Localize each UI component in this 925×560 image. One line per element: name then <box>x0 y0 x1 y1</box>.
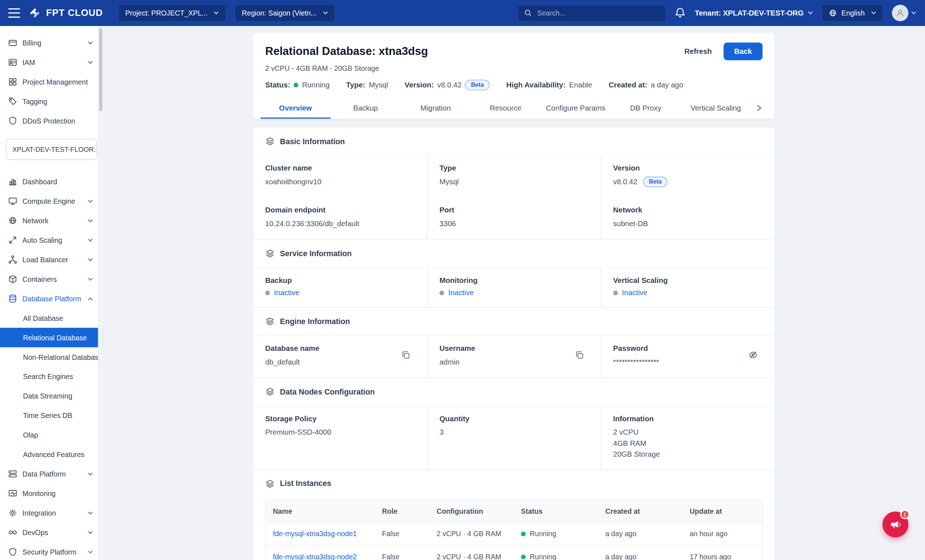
sidebar-item-load-balancer[interactable]: Load Balancer <box>0 250 102 269</box>
fpt-cloud-logo[interactable]: FPT CLOUD <box>28 6 102 20</box>
project-dropdown[interactable]: Project: PROJECT_XPL... <box>118 4 226 22</box>
sidebar-subitem-label: Olap <box>23 431 38 439</box>
sidebar-item-all-database[interactable]: All Database <box>0 308 102 328</box>
sidebar-item-security-platform[interactable]: Security Platform <box>0 542 102 560</box>
backup-inactive-link[interactable]: Inactive <box>265 289 415 297</box>
sidebar-item-iam[interactable]: IAM <box>0 53 102 72</box>
sidebar-item-search-engines[interactable]: Search Engines <box>0 367 102 386</box>
type-value: Mysql <box>369 81 388 89</box>
tab-configure-params[interactable]: Configure Params <box>541 98 611 119</box>
sidebar-item-integration[interactable]: Integration <box>0 503 102 523</box>
chevron-down-icon <box>87 276 93 282</box>
sidebar-item-compute-engine[interactable]: Compute Engine <box>0 191 102 211</box>
created-field: Created at: a day ago <box>609 81 683 89</box>
refresh-button[interactable]: Refresh <box>679 43 718 60</box>
toggle-password-visibility-icon[interactable] <box>747 349 759 363</box>
chevron-down-icon <box>87 237 93 243</box>
tenant-dropdown[interactable]: Tenant: XPLAT-DEV-TEST-ORG <box>695 9 813 17</box>
section-data-nodes-configuration: Data Nodes Configuration Storage Policy … <box>253 378 774 469</box>
language-dropdown-label: English <box>842 9 865 17</box>
sidebar-item-time-series-db[interactable]: Time Series DB <box>0 406 102 425</box>
search-input[interactable] <box>537 9 660 17</box>
tab-resource[interactable]: Resource <box>470 98 541 119</box>
globe-icon <box>829 9 837 17</box>
sidebar-item-non-relational-database[interactable]: Non-Relational Database <box>0 347 102 367</box>
field-vertical-scaling-status: Vertical Scaling Inactive <box>601 268 774 307</box>
tab-backup[interactable]: Backup <box>331 98 401 119</box>
sidebar-item-label: DevOps <box>23 528 48 536</box>
field-database-name: Database name db_default <box>253 336 427 378</box>
instance-link[interactable]: fde-mysql-xtna3dsg-node1 <box>273 530 357 538</box>
sidebar-subitem-label: Time Series DB <box>23 411 72 420</box>
col-configuration: Configuration <box>429 501 514 522</box>
sidebar-item-label: Dashboard <box>23 178 57 186</box>
announcements-fab[interactable]: 1 <box>882 512 908 537</box>
table-row: fde-mysql-xtna3dsg-node2 False 2 vCPU · … <box>266 545 762 560</box>
sidebar-item-project-management[interactable]: Project Management <box>0 72 102 92</box>
sidebar-item-advanced-features[interactable]: Advanced Features <box>0 445 102 464</box>
chevron-down-icon <box>214 10 219 16</box>
sidebar-item-data-platform[interactable]: Data Platform <box>0 464 102 484</box>
version-label: Version: <box>405 81 434 89</box>
sidebar-item-relational-database[interactable]: Relational Database <box>0 328 102 347</box>
sidebar-item-label: Compute Engine <box>23 197 75 205</box>
sidebar-item-billing[interactable]: Billing <box>0 33 102 53</box>
back-button[interactable]: Back <box>724 43 763 60</box>
beta-badge: Beta <box>643 177 667 187</box>
sidebar-scrollbar[interactable] <box>98 26 102 560</box>
monitoring-inactive-link[interactable]: Inactive <box>439 289 589 297</box>
language-dropdown[interactable]: English <box>821 4 883 22</box>
auto-scaling-icon <box>8 236 17 245</box>
inactive-status-dot <box>613 291 618 295</box>
beta-badge: Beta <box>465 80 490 90</box>
copy-database-name-icon[interactable] <box>400 349 412 363</box>
field-port: Port 3306 <box>427 197 601 239</box>
inactive-status-dot <box>439 291 444 295</box>
chevron-down-icon <box>87 40 93 45</box>
tab-db-proxy[interactable]: DB Proxy <box>611 98 681 119</box>
global-search[interactable] <box>518 5 667 21</box>
sidebar-item-auto-scaling[interactable]: Auto Scaling <box>0 230 102 250</box>
created-value: a day ago <box>651 81 683 89</box>
spec-subtitle: 2 vCPU - 4GB RAM - 20GB Storage <box>253 60 774 72</box>
layers-icon <box>265 479 275 488</box>
user-avatar[interactable] <box>892 5 917 21</box>
tab-migration[interactable]: Migration <box>401 98 471 119</box>
sidebar-subitem-label: Search Engines <box>23 372 73 381</box>
sidebar-item-tagging[interactable]: Tagging <box>0 92 102 111</box>
sidebar-item-network[interactable]: Network <box>0 211 102 230</box>
sidebar-item-database-platform[interactable]: Database Platform <box>0 289 102 308</box>
instance-link[interactable]: fde-mysql-xtna3dsg-node2 <box>273 553 357 560</box>
sidebar-item-containers[interactable]: Containers <box>0 269 102 289</box>
tab-overview[interactable]: Overview <box>261 98 331 119</box>
tab-vertical-scaling[interactable]: Vertical Scaling <box>681 98 751 119</box>
copy-username-icon[interactable] <box>573 349 585 363</box>
col-update-at: Update at <box>682 501 762 522</box>
billing-icon <box>8 38 17 47</box>
notifications-bell-icon[interactable] <box>675 7 687 19</box>
type-field: Type: Mysql <box>346 81 388 89</box>
table-row: fde-mysql-xtna3dsg-node1 False 2 vCPU · … <box>266 522 762 545</box>
chevron-down-icon <box>87 471 93 477</box>
section-title: Basic Information <box>280 137 345 146</box>
sidebar-item-monitoring[interactable]: Monitoring <box>0 484 102 503</box>
tabs-scroll-right-icon[interactable] <box>751 98 767 119</box>
sidebar-item-data-streaming[interactable]: Data Streaming <box>0 386 102 406</box>
status-field: Status: Running <box>265 81 330 89</box>
sidebar-subitem-label: Relational Database <box>23 333 87 342</box>
sidebar-item-label: Billing <box>23 39 41 47</box>
sidebar-scrollbar-thumb[interactable] <box>99 28 102 111</box>
menu-icon[interactable] <box>8 8 20 18</box>
field-version: Version v8.0.42 Beta <box>601 155 774 197</box>
brand-label: FPT CLOUD <box>46 8 103 18</box>
fab-badge: 1 <box>900 510 910 519</box>
sidebar-item-olap[interactable]: Olap <box>0 425 102 445</box>
sidebar-item-dashboard[interactable]: Dashboard <box>0 172 102 191</box>
floor-selector[interactable]: XPLAT-DEV-TEST-FLOOR... <box>6 139 97 160</box>
chevron-down-icon <box>87 59 93 65</box>
sidebar-item-ddos-protection[interactable]: DDoS Protection <box>0 111 102 130</box>
region-dropdown[interactable]: Region: Saigon (Vietn... <box>235 4 336 22</box>
sidebar-item-devops[interactable]: DevOps <box>0 523 102 542</box>
vertical-scaling-inactive-link[interactable]: Inactive <box>613 289 763 297</box>
tenant-dropdown-label: Tenant: XPLAT-DEV-TEST-ORG <box>695 9 804 17</box>
